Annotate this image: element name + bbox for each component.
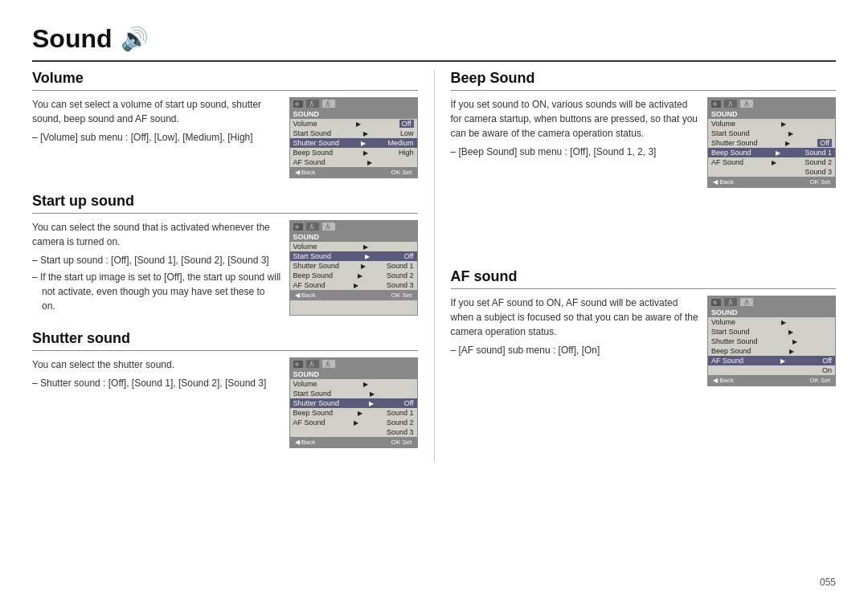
shutter-text: You can select the shutter sound. Shutte… — [32, 357, 281, 448]
back-label: ◀ Back — [713, 178, 734, 186]
volume-lcd-header: 𝑓₁ 𝑓₂ — [290, 98, 417, 109]
lcd-row-volume: Volume▶Off — [290, 119, 417, 129]
lcd-row-start: Start Sound▶ — [290, 389, 417, 398]
shutter-lcd: 𝑓₁ 𝑓₂ SOUND Volume▶ Start Sound▶ Sh — [289, 357, 418, 448]
startup-bullet-2: If the start up image is set to [Off], t… — [32, 270, 281, 313]
mode-icons: 𝑓₁ 𝑓₂ — [306, 360, 335, 368]
af-body: If you set AF sound to ON, AF sound will… — [451, 296, 837, 386]
mode-icons: 𝑓₁ 𝑓₂ — [724, 100, 753, 108]
lcd-row-beep: Beep Sound▶Sound 2 — [290, 271, 417, 280]
lcd-row-shutter: Shutter Sound▶Off — [290, 398, 417, 408]
lcd-row-start: Start Sound▶Low — [290, 129, 417, 138]
shutter-bullets: Shutter sound : [Off], [Sound 1], [Sound… — [32, 376, 281, 390]
beep-lcd-footer: ◀ Back OK Set — [708, 177, 835, 187]
volume-lcd: 𝑓₁ 𝑓₂ SOUND Volume▶Off Start Sound▶Low — [289, 97, 418, 178]
ok-label: OK Set — [391, 292, 412, 299]
camera-icon — [293, 100, 303, 108]
page-title-area: Sound 🔊 — [32, 24, 836, 62]
af-lcd: 𝑓₁ 𝑓₂ SOUND Volume▶ Start Sound▶ Sh — [707, 296, 836, 386]
lcd-row-beep: Beep Sound▶Sound 1 — [290, 408, 417, 418]
lcd-row-extra: Sound 3 — [708, 167, 835, 177]
lcd-row-beep: Beep Sound▶Sound 1 — [708, 148, 835, 157]
speaker-icon: 🔊 — [121, 26, 149, 52]
lcd-row-extra: Sound 3 — [290, 427, 417, 437]
ok-label: OK Set — [391, 439, 412, 446]
page-title: Sound — [32, 24, 113, 54]
back-label: ◀ Back — [295, 292, 316, 299]
lcd-row-extra: On — [708, 365, 835, 375]
af-lcd-header: 𝑓₁ 𝑓₂ — [708, 296, 835, 308]
shutter-description: You can select the shutter sound. — [32, 357, 281, 372]
mode-icons: 𝑓₁ 𝑓₂ — [306, 100, 335, 108]
beep-lcd-label: SOUND — [708, 109, 835, 119]
volume-text: You can set select a volume of start up … — [32, 97, 281, 178]
mode-icons: 𝑓₁ 𝑓₂ — [724, 298, 753, 306]
mode-icon-1: 𝑓₁ — [306, 360, 319, 368]
mode-icon-1: 𝑓₁ — [306, 222, 319, 231]
lcd-row-af: AF Sound▶Sound 3 — [290, 280, 417, 290]
ok-label: OK Set — [391, 169, 412, 176]
volume-lcd-label: SOUND — [290, 109, 417, 119]
volume-body: You can set select a volume of start up … — [32, 97, 418, 178]
startup-body: You can select the sound that is activat… — [32, 220, 418, 316]
startup-title: Start up sound — [32, 193, 418, 214]
lcd-row-af: AF Sound▶Sound 2 — [708, 157, 835, 167]
af-text: If you set AF sound to ON, AF sound will… — [451, 296, 700, 386]
mode-icons: 𝑓₁ 𝑓₂ — [306, 222, 335, 231]
main-columns: Volume You can set select a volume of st… — [32, 70, 836, 463]
af-section: AF sound If you set AF sound to ON, AF s… — [451, 268, 837, 386]
mode-icon-2: 𝑓₂ — [740, 298, 753, 306]
mode-icon-1: 𝑓₁ — [724, 100, 737, 108]
volume-bullets: [Volume] sub menu : [Off], [Low], [Mediu… — [32, 130, 281, 145]
volume-section: Volume You can set select a volume of st… — [32, 70, 418, 178]
startup-section: Start up sound You can select the sound … — [32, 193, 418, 316]
lcd-row-shutter: Shutter Sound▶Medium — [290, 138, 417, 148]
lcd-row-shutter: Shutter Sound▶Sound 1 — [290, 261, 417, 271]
startup-bullet-1: Start up sound : [Off], [Sound 1], [Soun… — [32, 253, 281, 267]
startup-bullets: Start up sound : [Off], [Sound 1], [Soun… — [32, 253, 281, 313]
back-label: ◀ Back — [295, 439, 316, 446]
shutter-lcd-header: 𝑓₁ 𝑓₂ — [290, 358, 417, 369]
beep-body: If you set sound to ON, various sounds w… — [451, 97, 837, 188]
shutter-lcd-label: SOUND — [290, 369, 417, 379]
lcd-row-volume: Volume▶ — [708, 119, 835, 129]
lcd-row-af: AF Sound▶ — [290, 157, 417, 167]
left-column: Volume You can set select a volume of st… — [32, 70, 434, 463]
camera-icon — [711, 299, 721, 306]
lcd-row-shutter: Shutter Sound▶Off — [708, 138, 835, 148]
ok-label: OK Set — [809, 178, 830, 186]
af-bullets: [AF sound] sub menu : [Off], [On] — [451, 343, 700, 357]
volume-bullet-1: [Volume] sub menu : [Off], [Low], [Mediu… — [32, 130, 281, 145]
beep-lcd: 𝑓₁ 𝑓₂ SOUND Volume▶ Start Sound▶ Sh — [707, 97, 836, 188]
beep-description: If you set sound to ON, various sounds w… — [451, 97, 700, 141]
startup-description: You can select the sound that is activat… — [32, 220, 281, 249]
lcd-row-volume: Volume▶ — [290, 379, 417, 389]
mode-icon-2: 𝑓₂ — [322, 100, 335, 108]
beep-bullet-1: [Beep Sound] sub menu : [Off], [Sound 1,… — [451, 145, 700, 159]
beep-lcd-header: 𝑓₁ 𝑓₂ — [708, 98, 835, 109]
startup-lcd-header: 𝑓₁ 𝑓₂ — [290, 221, 417, 232]
beep-section: Beep Sound If you set sound to ON, vario… — [451, 70, 837, 188]
ok-label: OK Set — [809, 377, 830, 384]
shutter-body: You can select the shutter sound. Shutte… — [32, 357, 418, 448]
mode-icon-2: 𝑓₂ — [322, 222, 335, 231]
startup-lcd-footer: ◀ Back OK Set — [290, 290, 417, 300]
af-title: AF sound — [451, 268, 837, 289]
volume-description: You can set select a volume of start up … — [32, 97, 281, 126]
lcd-row-start: Start Sound▶Off — [290, 251, 417, 261]
lcd-row-volume: Volume▶ — [290, 242, 417, 251]
lcd-row-start: Start Sound▶ — [708, 327, 835, 337]
af-description: If you set AF sound to ON, AF sound will… — [451, 296, 700, 339]
volume-title: Volume — [32, 70, 418, 91]
lcd-row-shutter: Shutter Sound▶ — [708, 337, 835, 346]
right-column: Beep Sound If you set sound to ON, vario… — [435, 70, 837, 463]
lcd-row-af: AF Sound▶Sound 2 — [290, 418, 417, 427]
af-bullet-1: [AF sound] sub menu : [Off], [On] — [451, 343, 700, 357]
shutter-bullet-1: Shutter sound : [Off], [Sound 1], [Sound… — [32, 376, 281, 390]
shutter-title: Shutter sound — [32, 330, 418, 351]
af-lcd-footer: ◀ Back OK Set — [708, 375, 835, 386]
camera-icon — [293, 361, 303, 368]
page: Sound 🔊 Volume You can set select a volu… — [0, 0, 868, 479]
beep-title: Beep Sound — [451, 70, 837, 91]
mode-icon-2: 𝑓₂ — [322, 360, 335, 368]
